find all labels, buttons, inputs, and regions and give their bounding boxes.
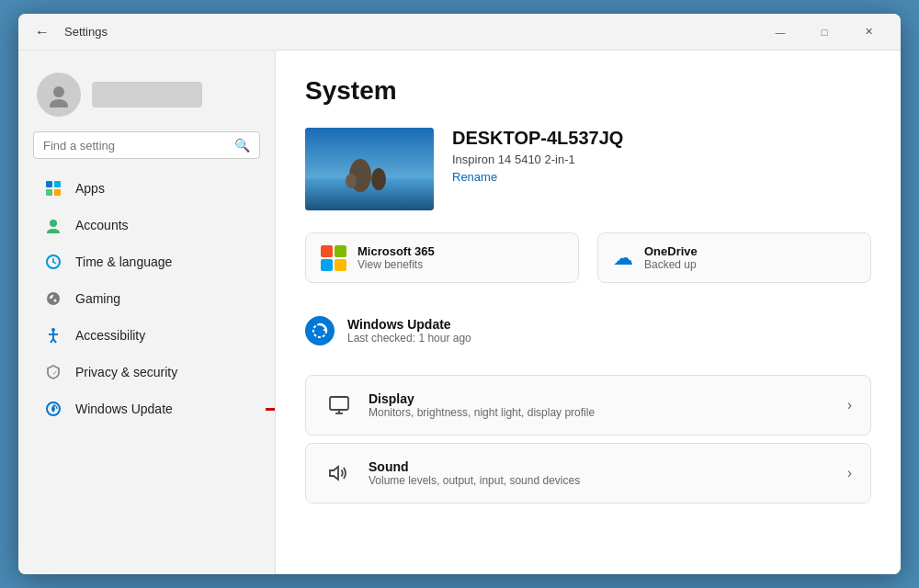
rename-link[interactable]: Rename	[452, 170, 497, 184]
onedrive-link[interactable]: ☁ OneDrive Backed up	[597, 232, 871, 283]
sidebar: 🔍 Apps	[18, 51, 276, 574]
system-info: DESKTOP-4L537JQ Inspiron 14 5410 2-in-1 …	[452, 128, 623, 185]
gaming-icon	[44, 289, 62, 308]
display-subtitle: Monitors, brightness, night light, displ…	[369, 406, 847, 419]
close-button[interactable]: ✕	[847, 17, 890, 47]
svg-rect-4	[46, 189, 52, 196]
svg-point-12	[47, 292, 60, 305]
ms365-text: Microsoft 365 View benefits	[357, 244, 435, 271]
svg-point-1	[50, 99, 68, 107]
titlebar-controls: — □ ✕	[759, 17, 890, 47]
svg-rect-29	[330, 397, 348, 410]
privacy-icon: ✓	[44, 363, 62, 381]
svg-rect-3	[54, 181, 61, 187]
display-chevron: ›	[847, 397, 852, 413]
sound-icon	[324, 458, 354, 488]
sound-title: Sound	[369, 459, 847, 474]
onedrive-text: OneDrive Backed up	[644, 244, 698, 271]
page-title: System	[305, 76, 871, 106]
onedrive-subtitle: Backed up	[644, 258, 698, 271]
sidebar-item-gaming[interactable]: Gaming	[26, 280, 267, 317]
sidebar-item-time-label: Time & language	[75, 254, 172, 269]
sidebar-item-gaming-label: Gaming	[75, 291, 120, 306]
ms365-title: Microsoft 365	[357, 244, 435, 258]
titlebar: ← Settings — □ ✕	[18, 14, 901, 51]
apps-icon	[44, 179, 62, 198]
sidebar-item-apps-label: Apps	[75, 181, 105, 196]
sidebar-item-apps[interactable]: Apps	[26, 170, 267, 207]
device-name: DESKTOP-4L537JQ	[452, 128, 623, 149]
time-icon	[44, 253, 62, 271]
display-setting[interactable]: Display Monitors, brightness, night ligh…	[305, 375, 871, 435]
sound-text: Sound Volume levels, output, input, soun…	[369, 459, 847, 487]
sidebar-item-accounts[interactable]: Accounts	[26, 207, 267, 243]
ms365-link[interactable]: Microsoft 365 View benefits	[305, 232, 579, 283]
maximize-button[interactable]: □	[803, 17, 845, 47]
svg-point-14	[54, 300, 57, 302]
quick-links: Microsoft 365 View benefits ☁ OneDrive B…	[305, 232, 871, 283]
svg-line-20	[53, 339, 56, 343]
profile-name-placeholder	[92, 82, 202, 107]
minimize-button[interactable]: —	[759, 17, 801, 47]
ms365-icon	[321, 245, 346, 271]
svg-point-27	[346, 174, 357, 188]
profile-area	[18, 65, 275, 131]
accessibility-icon	[44, 326, 62, 345]
svg-point-26	[371, 168, 386, 190]
sidebar-item-update-label: Windows Update	[75, 401, 173, 416]
update-title: Windows Update	[347, 317, 471, 332]
svg-point-16	[51, 328, 55, 332]
search-icon: 🔍	[234, 138, 250, 153]
sidebar-item-update[interactable]: Windows Update	[26, 390, 267, 427]
sidebar-item-privacy[interactable]: ✓ Privacy & security	[26, 354, 267, 390]
search-input[interactable]	[43, 139, 227, 153]
back-button[interactable]: ←	[29, 19, 55, 45]
display-title: Display	[369, 391, 847, 406]
accounts-icon	[44, 216, 62, 234]
sidebar-item-privacy-label: Privacy & security	[75, 365, 177, 379]
svg-rect-5	[54, 189, 61, 196]
system-image	[305, 128, 434, 210]
device-model: Inspiron 14 5410 2-in-1	[452, 153, 623, 166]
update-text: Windows Update Last checked: 1 hour ago	[347, 317, 471, 345]
sound-subtitle: Volume levels, output, input, sound devi…	[369, 474, 847, 487]
onedrive-title: OneDrive	[644, 244, 698, 258]
windows-update-icon	[305, 316, 335, 345]
content-area: 🔍 Apps	[18, 51, 901, 574]
sidebar-item-time[interactable]: Time & language	[26, 243, 267, 280]
search-box[interactable]: 🔍	[33, 131, 260, 159]
display-text: Display Monitors, brightness, night ligh…	[369, 391, 847, 419]
svg-rect-2	[46, 181, 52, 187]
avatar	[37, 73, 81, 117]
update-icon	[44, 400, 62, 418]
sound-chevron: ›	[847, 465, 852, 481]
svg-point-7	[47, 229, 60, 233]
svg-marker-32	[330, 467, 338, 480]
update-section: Windows Update Last checked: 1 hour ago	[305, 305, 871, 356]
settings-window: ← Settings — □ ✕	[18, 14, 901, 574]
onedrive-icon: ☁	[613, 246, 633, 270]
window-title: Settings	[64, 25, 108, 39]
titlebar-left: ← Settings	[29, 19, 759, 45]
svg-point-6	[50, 220, 57, 227]
sidebar-item-accounts-label: Accounts	[75, 218, 129, 232]
svg-point-11	[52, 261, 54, 263]
sound-setting[interactable]: Sound Volume levels, output, input, soun…	[305, 443, 871, 503]
settings-list: Display Monitors, brightness, night ligh…	[305, 375, 871, 503]
update-subtitle: Last checked: 1 hour ago	[347, 332, 471, 345]
svg-point-0	[53, 86, 64, 97]
device-image	[305, 128, 434, 210]
system-hero: DESKTOP-4L537JQ Inspiron 14 5410 2-in-1 …	[305, 128, 871, 210]
svg-text:✓: ✓	[52, 369, 58, 376]
ms365-subtitle: View benefits	[357, 258, 435, 271]
sidebar-item-accessibility-label: Accessibility	[75, 328, 145, 343]
main-content: System	[276, 51, 901, 574]
display-icon	[324, 390, 354, 420]
sidebar-item-accessibility[interactable]: Accessibility	[26, 317, 267, 354]
